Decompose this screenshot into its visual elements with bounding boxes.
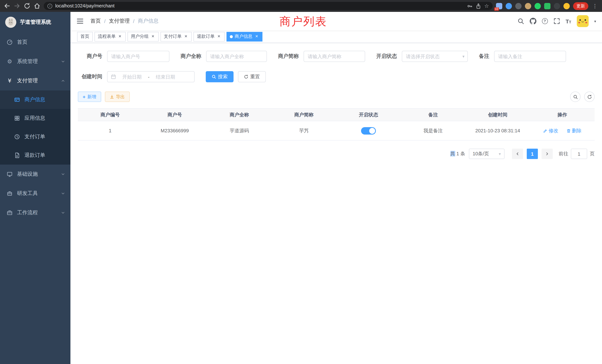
close-icon[interactable]: × bbox=[118, 34, 122, 39]
filter-create-time: 创建时间 - bbox=[78, 71, 195, 82]
github-icon[interactable] bbox=[529, 18, 536, 24]
breadcrumb-current: 商户信息 bbox=[138, 18, 159, 24]
tab-refund-orders[interactable]: 退款订单 × bbox=[194, 32, 225, 41]
reload-icon[interactable] bbox=[24, 3, 30, 9]
screen: i localhost:1024/pay/merchant ☆ 10 更新 ⋮ … bbox=[0, 0, 602, 364]
user-avatar[interactable] bbox=[577, 15, 589, 27]
password-key-icon[interactable] bbox=[467, 3, 473, 9]
chrome-update-button[interactable]: 更新 bbox=[573, 2, 588, 10]
extension-green-square-icon[interactable] bbox=[544, 3, 550, 9]
sidebar-item-app-info[interactable]: 应用信息 bbox=[0, 109, 70, 128]
reset-button[interactable]: 重置 bbox=[238, 71, 266, 82]
end-date-input[interactable] bbox=[152, 74, 179, 79]
app-title: 芋道管理系统 bbox=[20, 19, 51, 26]
extension-dark-icon[interactable] bbox=[515, 3, 522, 9]
sidebar-item-workflow[interactable]: 工作流程 bbox=[0, 203, 70, 222]
breadcrumb-payment[interactable]: 支付管理 bbox=[109, 18, 130, 24]
forward-icon[interactable] bbox=[14, 3, 20, 9]
next-page-button[interactable] bbox=[542, 149, 553, 159]
refund-document-icon bbox=[14, 152, 20, 158]
sidebar-item-label: 系统管理 bbox=[17, 58, 38, 65]
extension-emoji-icon[interactable] bbox=[563, 3, 570, 9]
toggle-search-button[interactable] bbox=[570, 92, 580, 102]
browser-menu-icon[interactable]: ⋮ bbox=[592, 3, 598, 9]
tab-home[interactable]: 首页 bbox=[77, 32, 93, 41]
extension-green-circle-icon[interactable] bbox=[535, 3, 541, 9]
refresh-table-button[interactable] bbox=[584, 92, 595, 102]
extension-pinwheel-icon[interactable] bbox=[554, 3, 560, 9]
address-bar[interactable]: i localhost:1024/pay/merchant ☆ bbox=[44, 2, 493, 10]
sidebar-item-payment[interactable]: ¥ 支付管理 bbox=[0, 71, 70, 90]
cell-merchant-no: M233666999 bbox=[142, 121, 207, 140]
user-menu-caret-icon[interactable]: ▾ bbox=[594, 19, 596, 23]
back-icon[interactable] bbox=[4, 3, 10, 9]
share-icon[interactable] bbox=[476, 3, 481, 9]
page-suffix: 页 bbox=[590, 150, 595, 157]
sidebar-item-label: 支付管理 bbox=[17, 77, 38, 84]
tags-view-bar: 首页 流程表单 × 用户分组 × 支付订单 × 退款订单 × bbox=[70, 30, 602, 43]
merchant-no-input[interactable] bbox=[107, 51, 169, 62]
tab-process-form[interactable]: 流程表单 × bbox=[95, 32, 126, 41]
sidebar-item-merchant-info[interactable]: 商户信息 bbox=[0, 90, 70, 109]
help-icon[interactable]: ? bbox=[542, 18, 548, 24]
app-logo[interactable]: 芋道管理系统 bbox=[0, 12, 70, 33]
sidebar-collapse-icon[interactable] bbox=[76, 17, 84, 25]
extension-avatar-icon[interactable] bbox=[525, 3, 531, 9]
close-icon[interactable]: × bbox=[150, 34, 155, 39]
url-text[interactable]: localhost:1024/pay/merchant bbox=[55, 3, 464, 9]
prev-page-button[interactable] bbox=[512, 149, 523, 159]
extension-badge: 10 bbox=[494, 7, 499, 11]
font-size-icon[interactable]: TT bbox=[566, 18, 571, 24]
status-select[interactable] bbox=[402, 51, 468, 62]
sidebar-item-label: 应用信息 bbox=[24, 115, 45, 122]
search-button[interactable]: 搜索 bbox=[206, 71, 234, 82]
sidebar: 芋道管理系统 首页 ⚙ 系统管理 ¥ 支付管理 bbox=[0, 12, 70, 364]
date-range-picker[interactable]: - bbox=[107, 71, 195, 82]
edit-button[interactable]: 修改 bbox=[543, 127, 558, 134]
trash-icon bbox=[566, 128, 571, 133]
site-info-icon[interactable]: i bbox=[47, 3, 52, 8]
sidebar-item-payment-orders[interactable]: 支付订单 bbox=[0, 128, 70, 146]
remark-input[interactable] bbox=[494, 51, 566, 62]
breadcrumb: 首页 / 支付管理 / 商户信息 bbox=[90, 18, 159, 24]
close-icon[interactable]: × bbox=[254, 34, 259, 39]
main-panel: 首页 / 支付管理 / 商户信息 ? bbox=[70, 12, 602, 364]
tab-payment-orders[interactable]: 支付订单 × bbox=[161, 32, 192, 41]
export-button[interactable]: 导出 bbox=[105, 92, 129, 102]
grid-icon bbox=[14, 115, 20, 121]
page-size-select[interactable]: 10条/页 ▾ bbox=[469, 149, 505, 159]
select-caret-icon: ▾ bbox=[499, 151, 501, 156]
page-number-button[interactable]: 1 bbox=[527, 149, 538, 159]
field-label: 商户简称 bbox=[278, 53, 299, 60]
add-button[interactable]: + 新增 bbox=[78, 92, 101, 102]
tab-merchant-info[interactable]: 商户信息 × bbox=[226, 32, 262, 41]
cell-actions: 修改 删除 bbox=[530, 121, 595, 140]
sidebar-item-system[interactable]: ⚙ 系统管理 bbox=[0, 52, 70, 71]
short-name-input[interactable] bbox=[304, 51, 365, 62]
goto-page-input[interactable] bbox=[571, 149, 587, 159]
sidebar-item-infrastructure[interactable]: 基础设施 bbox=[0, 165, 70, 184]
extension-blue-icon[interactable]: 10 bbox=[496, 3, 502, 9]
full-name-input[interactable] bbox=[206, 51, 267, 62]
tab-user-group[interactable]: 用户分组 × bbox=[128, 32, 159, 41]
sidebar-item-dev-tools[interactable]: 研发工具 bbox=[0, 184, 70, 203]
top-navbar: 首页 / 支付管理 / 商户信息 ? bbox=[70, 12, 602, 30]
sidebar-item-home[interactable]: 首页 bbox=[0, 33, 70, 52]
close-icon[interactable]: × bbox=[216, 34, 221, 39]
extension-drop-icon[interactable] bbox=[506, 3, 512, 9]
breadcrumb-home[interactable]: 首页 bbox=[90, 18, 101, 24]
close-icon[interactable]: × bbox=[183, 34, 188, 39]
date-separator: - bbox=[148, 74, 150, 79]
status-toggle[interactable] bbox=[361, 127, 376, 134]
column-header-create-time: 创建时间 bbox=[465, 108, 530, 121]
fullscreen-icon[interactable] bbox=[553, 18, 560, 24]
bookmark-star-icon[interactable]: ☆ bbox=[484, 3, 489, 9]
home-icon[interactable] bbox=[34, 3, 40, 9]
search-icon[interactable] bbox=[517, 18, 524, 24]
delete-button[interactable]: 删除 bbox=[566, 127, 581, 134]
start-date-input[interactable] bbox=[119, 74, 145, 79]
goto-page: 前往 页 bbox=[559, 149, 595, 159]
sidebar-item-refund-orders[interactable]: 退款订单 bbox=[0, 146, 70, 165]
sidebar-item-label: 退款订单 bbox=[24, 152, 45, 159]
merchant-table: 商户编号 商户号 商户全称 商户简称 开启状态 备注 创建时间 操作 1 bbox=[78, 108, 595, 140]
